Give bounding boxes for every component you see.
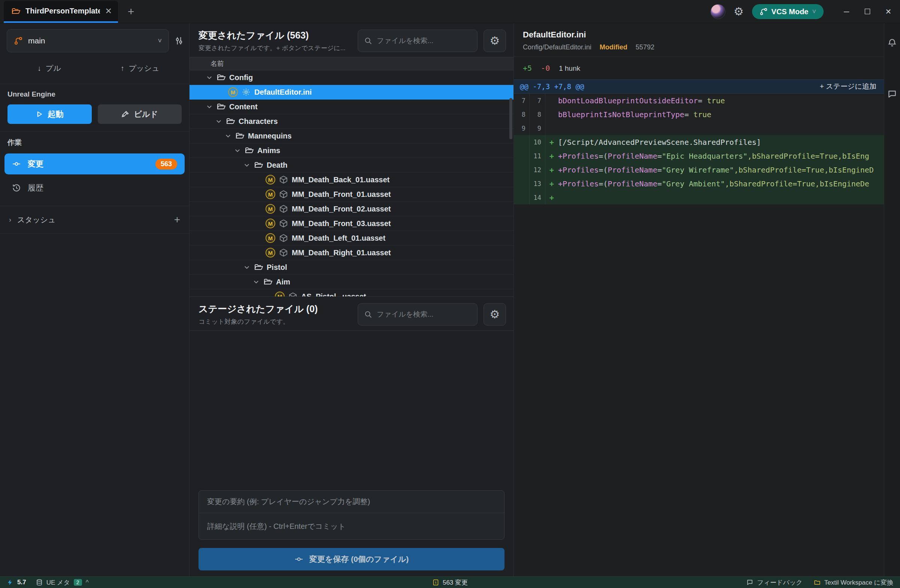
project-tab[interactable]: ThirdPersonTemplate ✕ (4, 1, 118, 23)
list-settings-button[interactable]: ⚙ (484, 29, 506, 52)
chevron-down-icon[interactable] (225, 133, 231, 139)
tree-folder-row[interactable]: Aim (189, 275, 514, 289)
folder-icon (216, 73, 225, 82)
chevron-right-icon: › (9, 216, 11, 224)
pull-button[interactable]: ↓ プル (4, 59, 95, 77)
tree-folder-row[interactable]: Death (189, 158, 514, 173)
convert-workspace-button[interactable]: Textil Workspace に変換 (814, 578, 893, 587)
tree-file-row[interactable]: MMM_Death_Front_03.uasset (189, 216, 514, 231)
diff-line-context[interactable]: 99 (514, 121, 884, 135)
notifications-bell-icon[interactable] (887, 38, 897, 48)
chevron-down-icon[interactable] (234, 147, 241, 154)
commit-description-input[interactable] (199, 513, 504, 539)
modified-badge: M (228, 87, 238, 97)
tree-file-row[interactable]: MMM_Death_Front_02.uasset (189, 202, 514, 216)
maximize-button[interactable]: ☐ (859, 3, 876, 20)
comments-icon[interactable] (887, 89, 897, 99)
diff-sign: + (545, 166, 558, 175)
uasset-file-icon (279, 248, 288, 257)
chevron-down-icon[interactable] (215, 118, 222, 125)
convert-workspace-label: Textil Workspace に変換 (824, 578, 893, 587)
diff-line-added[interactable]: 10+[/Script/AdvancedPreviewScene.SharedP… (514, 135, 884, 149)
folder-icon (216, 102, 225, 111)
tree-file-row[interactable]: MMM_Death_Back_01.uasset (189, 173, 514, 187)
minimize-button[interactable]: ─ (838, 3, 855, 20)
old-line-number: 9 (514, 121, 529, 135)
tree-item-label: MM_Death_Front_02.uasset (292, 205, 391, 214)
branch-selector[interactable]: main ˅ (7, 29, 169, 53)
diff-line-added[interactable]: 14+ (514, 190, 884, 204)
stash-add-button[interactable]: + (174, 214, 180, 226)
tree-folder-row[interactable]: Config (189, 70, 514, 85)
tab-close-icon[interactable]: ✕ (105, 6, 112, 16)
staged-files-title: ステージされたファイル (0) (199, 303, 352, 315)
changed-files-subtitle: 変更されたファイルです。+ ボタンでステージに... (199, 44, 352, 53)
diff-line-added[interactable]: 12++Profiles=(ProfileName="Grey Wirefram… (514, 163, 884, 176)
tree-file-row[interactable]: MMM_Death_Left_01.uasset (189, 231, 514, 246)
vcs-mode-button[interactable]: VCS Mode ˅ (752, 4, 824, 19)
file-search-input[interactable] (377, 37, 471, 45)
folder-icon (263, 277, 272, 286)
user-avatar[interactable] (711, 4, 725, 19)
changes-bolt-icon (432, 579, 439, 586)
tree-file-row[interactable]: MDefaultEditor.ini (189, 85, 514, 99)
push-button[interactable]: ↑ プッシュ (95, 59, 186, 77)
stash-section-toggle[interactable]: › スタッシュ + (0, 206, 189, 233)
settings-gear-icon[interactable]: ⚙ (734, 6, 744, 17)
tree-folder-row[interactable]: Content (189, 99, 514, 114)
chevron-down-icon[interactable] (206, 74, 213, 81)
diff-code: +Profiles=(ProfileName="Grey Ambient",bS… (558, 179, 884, 188)
diff-line-added[interactable]: 13++Profiles=(ProfileName="Grey Ambient"… (514, 176, 884, 190)
tree-folder-row[interactable]: Mannequins (189, 129, 514, 143)
add-to-stage-button[interactable]: + ステージに追加 (820, 82, 877, 91)
changes-status[interactable]: 563 変更 (432, 578, 468, 587)
changes-count-label: 563 変更 (443, 578, 468, 587)
vcs-mode-label: VCS Mode (771, 8, 808, 16)
launch-button[interactable]: 起動 (8, 104, 92, 124)
tree-item-label: Content (229, 102, 258, 111)
sidebar-item-history[interactable]: 履歴 (5, 177, 185, 198)
diff-lines: 77bDontLoadBlueprintOutsideEditor= true8… (514, 94, 884, 204)
tree-folder-row[interactable]: Characters (189, 114, 514, 129)
feedback-label: フィードバック (757, 578, 802, 587)
diff-line-added[interactable]: 11++Profiles=(ProfileName="Epic Headquar… (514, 149, 884, 163)
chevron-down-icon[interactable] (244, 162, 250, 169)
feedback-button[interactable]: フィードバック (746, 578, 802, 587)
staged-search (358, 303, 478, 326)
diff-line-context[interactable]: 88bBlueprintIsNotBlueprintType= true (514, 107, 884, 121)
old-line-number (514, 190, 529, 204)
save-changes-button[interactable]: 変更を保存 (0個のファイル) (199, 548, 504, 570)
changes-count-badge: 563 (155, 159, 177, 170)
tree-file-row[interactable]: MAS_Pistol_.uasset (189, 289, 514, 296)
new-tab-button[interactable]: + (128, 5, 135, 18)
uasset-file-icon (279, 219, 288, 228)
branch-filter-icon[interactable] (174, 36, 184, 46)
sidebar-item-changes[interactable]: 変更 563 (5, 153, 185, 175)
chevron-down-icon[interactable] (206, 103, 213, 110)
close-button[interactable]: ✕ (880, 3, 897, 20)
divider (0, 233, 189, 234)
ini-file-icon (242, 88, 251, 97)
search-icon (364, 310, 372, 319)
staged-settings-button[interactable]: ⚙ (484, 303, 506, 326)
staged-files-subtitle: コミット対象のファイルです。 (199, 317, 352, 326)
tree-folder-row[interactable]: Pistol (189, 260, 514, 275)
commit-summary-input[interactable] (199, 491, 504, 513)
changes-panel: 変更されたファイル (563) 変更されたファイルです。+ ボタンでステージに.… (189, 23, 514, 576)
tree-scrollbar[interactable] (509, 98, 512, 139)
engine-version[interactable]: 5.7 (7, 579, 26, 586)
ue-meta-status[interactable]: UE メタ 2 ^ (36, 578, 89, 587)
database-icon (36, 579, 43, 586)
tree-folder-row[interactable]: Anims (189, 143, 514, 158)
modified-badge: M (265, 204, 275, 214)
chevron-down-icon[interactable] (253, 279, 259, 285)
tree-item-label: AS_Pistol_.uasset (301, 292, 366, 297)
tree-file-row[interactable]: MMM_Death_Right_01.uasset (189, 246, 514, 260)
chevron-down-icon[interactable] (244, 264, 250, 271)
build-button[interactable]: ビルド (98, 104, 182, 124)
diff-line-context[interactable]: 77bDontLoadBlueprintOutsideEditor= true (514, 94, 884, 107)
staged-search-input[interactable] (377, 310, 471, 319)
tree-file-row[interactable]: MMM_Death_Front_01.uasset (189, 187, 514, 202)
arrow-up-icon: ↑ (121, 64, 124, 73)
folder-icon (11, 7, 20, 16)
